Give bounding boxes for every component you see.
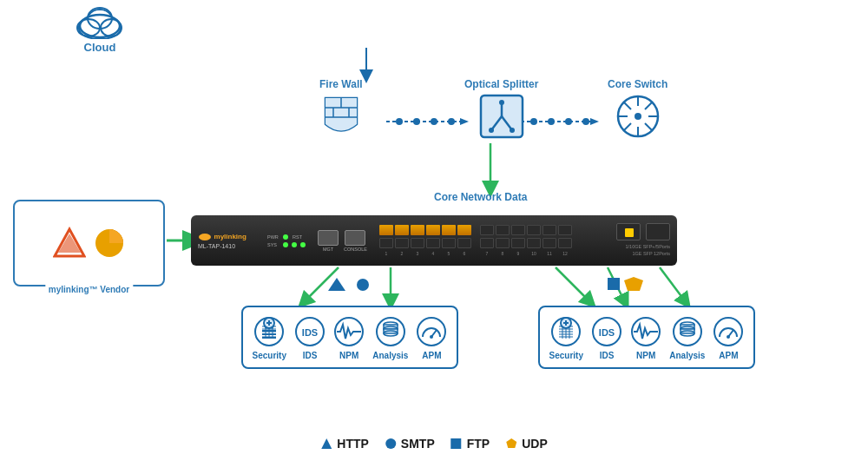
svg-point-5: [448, 118, 455, 125]
cloud-icon: [74, 4, 126, 39]
cloud-group: Cloud: [74, 4, 126, 54]
svg-text:IDS: IDS: [599, 327, 615, 338]
vendor-section: mylinking™ Vendor: [13, 200, 165, 286]
right-npm-item: NPM: [630, 316, 661, 360]
switch-icon: [615, 94, 661, 139]
pentagon-legend-icon: [505, 438, 517, 450]
analysis-icon: [375, 316, 406, 347]
right-security-item: Security: [549, 316, 583, 360]
svg-point-11: [582, 118, 589, 125]
splitter-icon: [479, 94, 524, 139]
svg-point-92: [418, 318, 445, 346]
left-apm-label: APM: [422, 351, 441, 360]
right-npm-label: NPM: [636, 351, 655, 360]
tap-brand-icon: mylinking: [198, 232, 259, 241]
npm-icon-right: [630, 316, 661, 347]
svg-point-120: [385, 438, 396, 449]
ids-icon-right: IDS: [591, 316, 622, 347]
svg-marker-119: [321, 438, 332, 449]
smtp-label: SMTP: [401, 437, 435, 451]
legend-smtp: SMTP: [385, 437, 435, 451]
svg-point-9: [548, 118, 555, 125]
svg-point-48: [499, 100, 504, 105]
left-security-item: Security: [253, 316, 286, 360]
svg-line-59: [645, 102, 652, 109]
svg-marker-26: [624, 277, 643, 291]
right-ids-item: IDS IDS: [591, 316, 622, 360]
svg-point-3: [413, 118, 420, 125]
circle-legend-icon: [385, 438, 397, 450]
analysis-icon-right: [672, 316, 703, 347]
cloud-label: Cloud: [84, 41, 116, 54]
svg-marker-12: [590, 118, 599, 125]
svg-rect-121: [451, 438, 462, 449]
svg-rect-25: [608, 278, 620, 290]
svg-line-58: [645, 123, 652, 130]
triangle-icon: [53, 227, 86, 260]
svg-point-94: [430, 335, 433, 339]
ftp-label: FTP: [467, 437, 490, 451]
tap-model-label: ML-TAP-1410: [198, 243, 259, 249]
security-icon: [253, 316, 285, 347]
firewall-label: Fire Wall: [319, 78, 363, 90]
legend-section: HTTP SMTP FTP UDP: [320, 437, 547, 451]
left-apm-item: APM: [416, 316, 447, 360]
svg-marker-122: [506, 438, 516, 448]
right-analysis-item: Analysis: [669, 316, 705, 360]
left-npm-item: NPM: [333, 316, 365, 360]
square-legend-icon: [450, 438, 463, 450]
right-ids-label: IDS: [600, 351, 615, 360]
ids-icon-left: IDS: [294, 316, 326, 347]
svg-point-61: [199, 234, 211, 240]
right-tool-group: Security IDS IDS NPM: [538, 306, 755, 369]
svg-point-50: [510, 128, 515, 133]
switch-label: Core Switch: [608, 78, 667, 90]
security-icon-right: [550, 316, 582, 347]
svg-marker-23: [328, 278, 345, 291]
udp-label: UDP: [522, 437, 548, 451]
right-apm-item: APM: [713, 316, 744, 360]
left-analysis-item: Analysis: [372, 316, 408, 360]
svg-point-49: [489, 128, 494, 133]
svg-line-57: [624, 102, 631, 109]
svg-point-118: [727, 335, 730, 339]
legend-http: HTTP: [320, 437, 369, 451]
vendor-label: mylinking™ Vendor: [49, 285, 129, 294]
left-security-label: Security: [253, 351, 286, 360]
svg-text:IDS: IDS: [302, 327, 318, 338]
left-analysis-label: Analysis: [372, 351, 408, 360]
right-apm-label: APM: [719, 351, 738, 360]
left-tool-group: Security IDS IDS NPM: [241, 306, 458, 369]
firewall-icon: [321, 94, 361, 139]
tap-device: mylinking ML-TAP-1410 PWR RST SYS MGT: [191, 215, 677, 266]
left-ids-item: IDS IDS: [294, 316, 326, 360]
apm-icon-left: [416, 316, 447, 347]
right-security-label: Security: [549, 351, 583, 360]
svg-point-24: [357, 279, 369, 291]
svg-line-17: [556, 267, 590, 302]
svg-line-60: [624, 123, 631, 130]
left-npm-label: NPM: [339, 351, 358, 360]
svg-line-19: [660, 267, 686, 302]
svg-point-2: [396, 118, 403, 125]
splitter-label: Optical Splitter: [464, 78, 538, 90]
npm-icon: [333, 316, 365, 347]
left-ids-label: IDS: [303, 351, 318, 360]
pie-icon: [93, 227, 126, 260]
right-analysis-label: Analysis: [669, 351, 705, 360]
svg-point-116: [714, 318, 742, 346]
svg-point-4: [431, 118, 437, 125]
svg-point-52: [635, 113, 641, 120]
svg-point-10: [565, 118, 572, 125]
http-label: HTTP: [337, 437, 369, 451]
svg-line-18: [608, 267, 625, 302]
legend-ftp: FTP: [450, 437, 490, 451]
legend-udp: UDP: [505, 437, 548, 451]
apm-icon-right: [713, 316, 744, 347]
triangle-legend-icon: [320, 438, 332, 450]
diagram-container: Cloud Fire Wall Optical Splitter: [0, 0, 868, 461]
core-network-label: Core Network Data: [434, 191, 527, 203]
svg-line-15: [304, 267, 339, 302]
